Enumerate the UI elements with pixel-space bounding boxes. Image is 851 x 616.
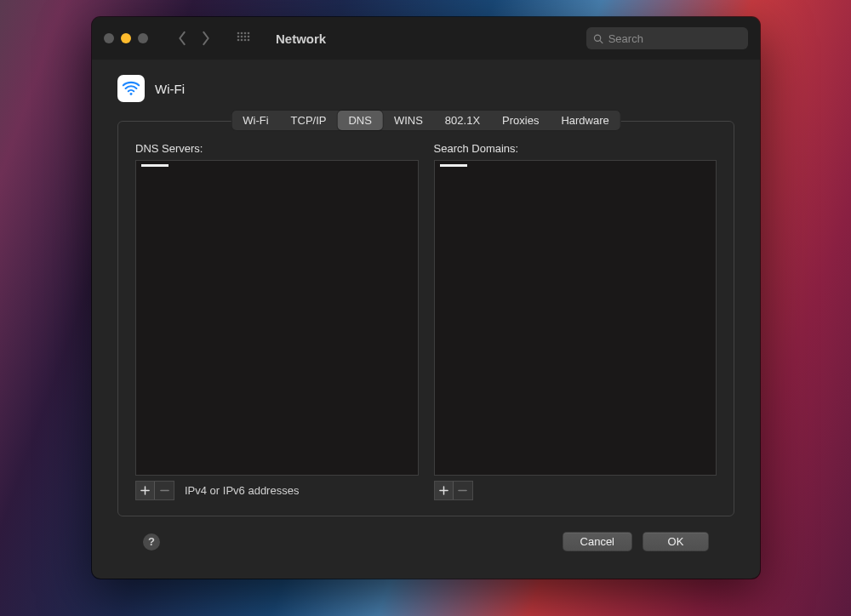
titlebar: Network — [92, 17, 760, 60]
svg-point-3 — [248, 32, 250, 35]
tab-dns[interactable]: DNS — [337, 111, 382, 130]
svg-line-13 — [600, 40, 603, 43]
dns-servers-pm — [135, 481, 174, 500]
ok-button[interactable]: OK — [643, 532, 709, 551]
svg-point-9 — [241, 39, 243, 42]
svg-point-7 — [248, 36, 250, 38]
dns-servers-column: DNS Servers: IPv4 or I — [135, 142, 419, 500]
svg-point-4 — [237, 36, 240, 38]
svg-point-14 — [130, 93, 133, 95]
service-title: Wi-Fi — [155, 82, 185, 96]
tab-tcpip[interactable]: TCP/IP — [280, 111, 338, 130]
search-icon — [593, 33, 603, 44]
traffic-lights — [104, 33, 148, 43]
tab-8021x[interactable]: 802.1X — [434, 111, 491, 130]
remove-search-domain-button[interactable] — [454, 482, 472, 499]
bottom-row: ? Cancel OK — [117, 516, 734, 560]
svg-point-8 — [237, 39, 240, 42]
dns-servers-list[interactable] — [135, 160, 419, 476]
cancel-button[interactable]: Cancel — [563, 532, 632, 551]
text-edit-row[interactable] — [141, 164, 168, 167]
svg-point-10 — [244, 39, 247, 42]
back-button[interactable] — [170, 26, 194, 50]
tab-wins[interactable]: WINS — [383, 111, 434, 130]
content-area: Wi-Fi Wi-Fi TCP/IP DNS WINS 802.1X Proxi… — [92, 60, 760, 579]
search-domains-list[interactable] — [434, 160, 717, 476]
minus-icon — [160, 486, 169, 495]
tab-hardware[interactable]: Hardware — [550, 111, 620, 130]
minus-icon — [458, 486, 467, 495]
plus-icon — [439, 486, 448, 495]
svg-point-2 — [244, 32, 247, 35]
dns-hint: IPv4 or IPv6 addresses — [185, 484, 299, 497]
minimize-window-button[interactable] — [121, 33, 131, 43]
svg-point-6 — [244, 36, 247, 38]
window-title: Network — [276, 31, 326, 46]
add-search-domain-button[interactable] — [435, 482, 454, 499]
action-buttons: Cancel OK — [563, 532, 709, 551]
service-header: Wi-Fi — [117, 75, 734, 112]
chevron-right-icon — [200, 31, 212, 46]
svg-point-1 — [241, 32, 243, 35]
wifi-icon — [117, 75, 145, 102]
search-domains-footer — [434, 481, 717, 500]
svg-point-11 — [248, 39, 250, 42]
svg-point-5 — [241, 36, 243, 38]
dns-servers-label: DNS Servers: — [135, 142, 419, 155]
tabs: Wi-Fi TCP/IP DNS WINS 802.1X Proxies Har… — [231, 110, 621, 131]
help-button[interactable]: ? — [143, 533, 160, 550]
search-domains-pm — [434, 481, 473, 500]
search-input[interactable] — [608, 32, 741, 45]
show-all-button[interactable] — [231, 26, 255, 50]
search-domains-label: Search Domains: — [434, 142, 717, 155]
close-window-button[interactable] — [104, 33, 114, 43]
chevron-left-icon — [176, 31, 188, 46]
plus-icon — [140, 486, 150, 495]
text-edit-row[interactable] — [440, 164, 467, 167]
svg-point-0 — [237, 32, 240, 35]
search-domains-column: Search Domains: — [434, 142, 717, 500]
nav-arrows — [170, 26, 218, 50]
tab-proxies[interactable]: Proxies — [491, 111, 550, 130]
forward-button[interactable] — [194, 26, 218, 50]
network-preferences-window: Network Wi-Fi Wi-Fi TCP/IP DNS — [92, 17, 760, 579]
tab-wifi[interactable]: Wi-Fi — [231, 111, 279, 130]
add-dns-server-button[interactable] — [136, 482, 155, 499]
remove-dns-server-button[interactable] — [155, 482, 174, 499]
settings-panel: Wi-Fi TCP/IP DNS WINS 802.1X Proxies Har… — [117, 121, 734, 516]
search-field-wrap[interactable] — [586, 27, 748, 49]
zoom-window-button[interactable] — [138, 33, 148, 43]
grid-icon — [237, 31, 250, 45]
dns-servers-footer: IPv4 or IPv6 addresses — [135, 481, 419, 500]
dns-columns: DNS Servers: IPv4 or I — [135, 142, 717, 500]
